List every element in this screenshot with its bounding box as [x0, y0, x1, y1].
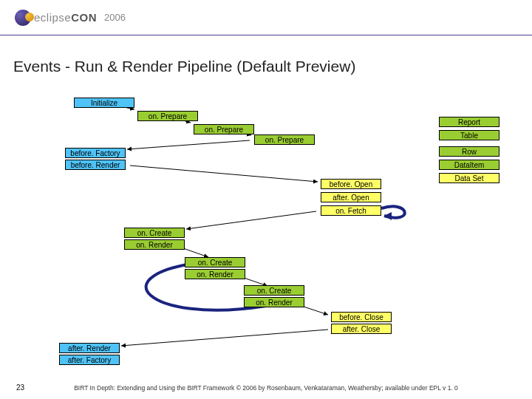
pipeline-diagram: Initialize on. Prepare on. Prepare on. P…: [0, 89, 532, 369]
node-oncreate-2: on. Create: [185, 257, 245, 267]
node-beforerender: before. Render: [65, 160, 126, 170]
node-afterclose: after. Close: [331, 324, 392, 334]
legend-table: Table: [439, 130, 499, 140]
node-beforeopen: before. Open: [321, 179, 381, 189]
node-oncreate-1: on. Create: [124, 228, 185, 238]
node-afterrender: after. Render: [59, 343, 120, 353]
slide-header: eclipseCON 2006: [0, 0, 532, 35]
node-onprepare-3: on. Prepare: [254, 134, 315, 145]
legend-report: Report: [439, 117, 499, 127]
node-onrender-3: on. Render: [244, 297, 304, 307]
legend-dataitem: DataItem: [439, 160, 499, 170]
legend-row: Row: [439, 146, 499, 157]
node-onfetch: on. Fetch: [321, 205, 381, 216]
svg-marker-5: [384, 212, 392, 220]
svg-line-7: [183, 248, 208, 257]
brand-text: eclipseCON: [34, 11, 97, 24]
node-onrender-1: on. Render: [124, 239, 185, 250]
slide-footer: BIRT In Depth: Extending and Using the B…: [0, 384, 532, 392]
legend-dataset: Data Set: [439, 173, 499, 183]
node-initialize: Initialize: [74, 98, 134, 108]
svg-line-6: [186, 211, 316, 229]
logo: eclipseCON 2006: [15, 10, 126, 26]
node-beforefactory: before. Factory: [65, 148, 126, 158]
node-beforeclose: before. Close: [331, 312, 392, 322]
svg-line-3: [127, 140, 250, 149]
node-onrender-2: on. Render: [185, 269, 245, 279]
node-afterfactory: after. Factory: [59, 355, 120, 365]
node-afteropen: after. Open: [321, 192, 381, 202]
node-onprepare-1: on. Prepare: [137, 111, 198, 121]
svg-line-4: [130, 166, 318, 182]
svg-line-11: [121, 330, 328, 346]
svg-line-10: [301, 306, 328, 315]
brand-year: 2006: [104, 12, 126, 23]
node-onprepare-2: on. Prepare: [194, 124, 254, 134]
slide-title: Events - Run & Render Pipeline (Default …: [13, 58, 355, 75]
eclipse-logo-icon: [15, 10, 31, 26]
node-oncreate-3: on. Create: [244, 285, 304, 296]
